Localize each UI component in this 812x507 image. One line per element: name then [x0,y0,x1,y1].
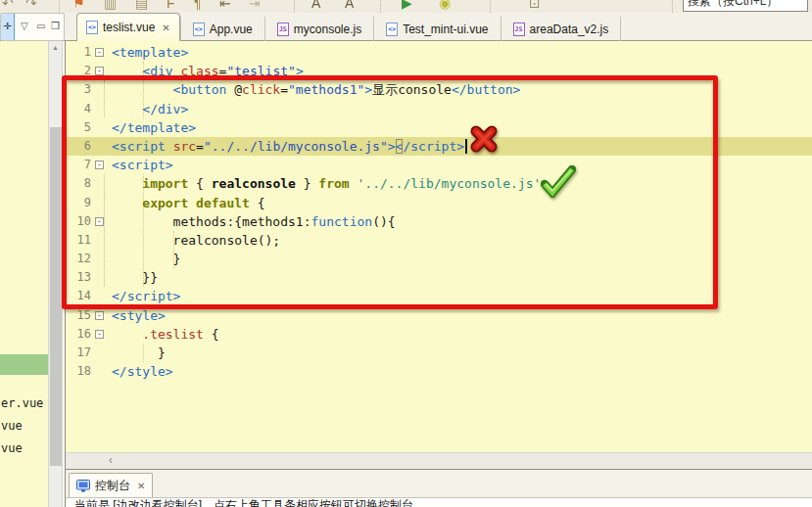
debug-icon[interactable]: ◉ [439,0,451,13]
tree-item[interactable]: vue [1,441,23,455]
tab-bar: <>teslist.vue✕<>App.vueJSmyconsole.js<>T… [65,13,812,41]
console-tab-label: 控制台 [95,478,130,494]
restore-pane-button[interactable]: ✛ [1,14,15,40]
js-file-icon: JS [513,23,525,36]
search-input[interactable] [683,0,808,12]
console-message: 当前是 [边改边看控制台]，点右上角工具条相应按钮可切换控制台 [67,498,812,507]
token-attr: .teslist [142,327,204,342]
error-cross-icon [469,124,499,158]
scroll-up-arrow-icon[interactable]: ▲ [52,44,59,51]
project-tree-pane[interactable]: er.vuevuevue [0,41,48,507]
indent-right-icon[interactable]: ⇥ [249,0,261,13]
tab-label: Test_mint-ui.vue [403,23,488,36]
view-menu-icon[interactable]: ▽ [21,20,28,33]
tab-close-icon[interactable]: ✕ [162,23,169,33]
toolbar-separator [59,0,60,13]
line-number: 1 [67,43,93,62]
main-toolbar: ↶↷⚑▥▤F¶⇤⇥AA▶◉⊡ [0,0,812,13]
vue-file-icon: <> [86,21,98,34]
indent-left-icon[interactable]: ⇤ [219,0,231,13]
fold-gutter: - [93,43,106,62]
mark-icon[interactable]: ¶ [194,0,202,13]
token-tag: </style> [112,364,173,379]
token-tag: <template> [112,45,188,60]
code-text: } [112,344,166,362]
code-line[interactable]: 1-<template> [67,43,812,62]
toolbar-separator [672,0,673,13]
code-text: <template> [112,43,188,62]
tab-label: areaData_v2.js [530,23,609,36]
fold-gutter [93,344,106,362]
pane-control-bar: ✛ ▽ ▭ ❐ [0,13,65,41]
token-tag: <style> [112,308,166,323]
tab-myconsole.js[interactable]: JSmyconsole.js [265,17,374,41]
tab-label: teslist.vue [103,21,155,34]
font-decrease-icon[interactable]: A [311,0,320,13]
fold-marker-icon[interactable]: - [95,330,104,339]
tree-vertical-scrollbar[interactable]: ▲ [48,41,63,507]
token-plain: { [204,327,219,342]
editor-horizontal-scrollbar[interactable]: ‹ [66,452,812,469]
line-number: 17 [67,344,93,362]
vue-file-icon: <> [386,23,398,36]
tree-item[interactable]: er.vue [1,396,43,410]
tree-item[interactable]: vue [1,419,23,433]
tab-label: myconsole.js [294,23,361,36]
minimize-icon[interactable]: ▭ [36,20,45,33]
fold-marker-icon[interactable]: - [95,311,104,320]
fold-gutter [93,362,106,381]
fold-marker-icon[interactable]: - [95,48,104,57]
tab-areaData_v2.js[interactable]: JSareaData_v2.js [502,17,622,41]
code-line[interactable]: 17 } [67,344,812,362]
js-file-icon: JS [277,23,289,36]
console-close-icon[interactable]: ✕ [137,481,145,491]
feedback-icon[interactable]: ⊡ [529,0,541,13]
redo-icon[interactable]: ↷ [25,0,37,13]
line-number: 16 [67,325,93,344]
bookmark-icon[interactable]: ⚑ [72,0,85,13]
red-annotation-box [62,75,718,309]
save-icon[interactable]: ▤ [135,0,148,13]
toolbar-separator [490,0,491,13]
tab-teslist.vue[interactable]: <>teslist.vue✕ [76,13,180,41]
ide-window: ↶↷⚑▥▤F¶⇤⇥AA▶◉⊡ ✛ ▽ ▭ ❐ <>teslist.vue✕<>A… [0,0,812,507]
success-check-icon [541,165,576,202]
toolbar-separator [294,0,295,13]
toolbar-separator [380,0,381,13]
tab-App.vue[interactable]: <>App.vue [180,17,265,41]
scroll-left-arrow-icon[interactable]: ‹ [103,454,119,468]
tab-Test_mint-ui.vue[interactable]: <>Test_mint-ui.vue [374,17,501,41]
console-tab[interactable]: 控制台 ✕ [69,473,153,498]
token-plain [112,327,142,342]
new-file-icon[interactable]: ▥ [104,0,117,13]
undo-icon[interactable]: ↶ [2,0,14,13]
line-number: 18 [67,362,93,381]
scrollbar-thumb[interactable] [50,127,62,466]
console-panel: 控制台 ✕ 当前是 [边改边看控制台]，点右上角工具条相应按钮可切换控制台 [65,469,812,507]
tree-selection-highlight [0,354,48,375]
token-plain: } [112,346,166,360]
tab-label: App.vue [210,23,253,36]
code-text: </style> [112,362,173,381]
code-line[interactable]: 18</style> [67,362,812,381]
code-text: .teslist { [112,325,219,344]
run-icon[interactable]: ▶ [402,0,412,13]
font-increase-icon[interactable]: A [345,0,354,13]
fold-gutter: - [93,325,106,344]
format-icon[interactable]: F [167,0,175,13]
console-monitor-icon [76,480,90,492]
indent-guide [143,344,144,362]
maximize-icon[interactable]: ❐ [51,20,60,33]
fold-marker-icon[interactable]: - [95,67,104,75]
code-line[interactable]: 16- .teslist { [67,325,812,344]
vue-file-icon: <> [193,23,205,36]
